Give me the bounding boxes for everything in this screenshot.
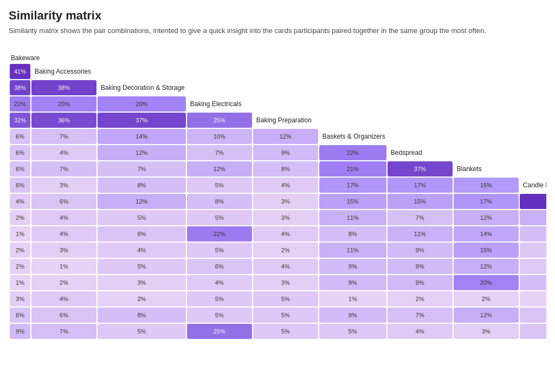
matrix-cell: 4%: [98, 243, 186, 258]
matrix-cell: 6%: [10, 161, 30, 177]
matrix-cell: 22%: [187, 226, 252, 241]
matrix-cell: 2%: [253, 243, 318, 258]
matrix-cell: 4%: [520, 259, 546, 274]
matrix-cell: 6%: [10, 178, 30, 193]
matrix-cell: 10%: [187, 129, 252, 144]
matrix-cell: 6%: [520, 324, 546, 339]
row-label: Bedspread: [388, 145, 453, 160]
matrix-cell: 8%: [319, 226, 386, 241]
matrix-cell: 6%: [10, 308, 30, 323]
matrix-cell: 8%: [98, 178, 186, 193]
matrix-cell: 20%: [31, 96, 96, 112]
matrix-cell: 8%: [98, 308, 186, 323]
matrix-cell: 4%: [253, 226, 318, 241]
matrix-cell: 1%: [10, 275, 30, 290]
matrix-cell: 4%: [31, 210, 96, 225]
matrix-cell: 5%: [253, 324, 318, 339]
row-label: Baking Accessories: [31, 64, 96, 79]
matrix-cell: 22%: [319, 145, 386, 160]
matrix-cell: 12%: [253, 129, 318, 144]
matrix-cell: 36%: [31, 113, 96, 128]
matrix-cell: 6%: [520, 308, 546, 323]
matrix-cell: 5%: [187, 308, 252, 323]
matrix-cell: 2%: [98, 291, 186, 306]
matrix-cell: 9%: [388, 259, 453, 274]
matrix-cell: 12%: [187, 161, 252, 177]
matrix-cell: 5%: [98, 210, 186, 225]
matrix-cell: 1%: [31, 259, 96, 274]
matrix-cell: 3%: [31, 243, 96, 258]
matrix-cell: 1%: [10, 226, 30, 241]
matrix-cell: 5%: [520, 243, 546, 258]
matrix-cell: 14%: [98, 129, 186, 144]
matrix-cell: 4%: [31, 291, 96, 306]
matrix-cell: 5%: [187, 178, 252, 193]
row-label: Baking Electricals: [187, 96, 252, 112]
matrix-cell: 9%: [388, 275, 453, 290]
matrix-cell: 5%: [253, 291, 318, 306]
matrix-cell: 4%: [253, 178, 318, 193]
matrix-cell: 2%: [454, 291, 519, 306]
matrix-cell: 6%: [98, 226, 186, 241]
matrix-cell: 5%: [253, 308, 318, 323]
matrix-cell: 22%: [10, 96, 30, 112]
matrix-cell: 3%: [253, 210, 318, 225]
matrix-cell: 9%: [388, 243, 453, 258]
matrix-cell: 5%: [187, 210, 252, 225]
matrix-cell: 5%: [98, 259, 186, 274]
matrix-cell: 9%: [319, 275, 386, 290]
matrix-cell: 7%: [31, 129, 96, 144]
matrix-cell: 2%: [10, 210, 30, 225]
matrix-cell: 4%: [388, 324, 453, 339]
matrix-cell: 6%: [187, 259, 252, 274]
row-label: Baking Decoration & Storage: [98, 80, 186, 95]
matrix-cell: 9%: [319, 308, 386, 323]
row-label: Baskets & Organizers: [319, 129, 386, 144]
matrix-cell: 12%: [454, 210, 519, 225]
matrix-cell: 41%: [10, 64, 30, 79]
matrix-cell: 8%: [520, 275, 546, 290]
matrix-cell: 11%: [319, 243, 386, 258]
matrix-cell: 8%: [187, 194, 252, 209]
matrix-cell: 3%: [31, 178, 96, 193]
matrix-cell: 4%: [253, 259, 318, 274]
matrix-cell: 4%: [31, 226, 96, 241]
matrix-cell: 20%: [98, 96, 186, 112]
matrix-cell: 15%: [454, 243, 519, 258]
matrix-cell: 8%: [253, 161, 318, 177]
matrix-cell: 5%: [319, 324, 386, 339]
matrix-cell: 9%: [253, 145, 318, 160]
matrix-cell: 12%: [98, 145, 186, 160]
row-label: Baking Preparation: [253, 113, 318, 128]
matrix-cell: 6%: [10, 129, 30, 144]
matrix-cell: 17%: [454, 194, 519, 209]
row-header-label: Bakeware: [10, 48, 546, 63]
matrix-cell: 6%: [10, 145, 30, 160]
row-label: Blankets: [454, 161, 519, 177]
matrix-cell: 11%: [520, 210, 546, 225]
matrix-cell: 2%: [10, 259, 30, 274]
matrix-cell: 32%: [10, 113, 30, 128]
matrix-cell: 15%: [388, 194, 453, 209]
matrix-cell: 16%: [454, 178, 519, 193]
matrix-cell: 5%: [187, 291, 252, 306]
matrix-cell: 3%: [98, 275, 186, 290]
matrix-cell: 8%: [520, 226, 546, 241]
matrix-cell: 11%: [388, 226, 453, 241]
matrix-cell: 5%: [187, 243, 252, 258]
matrix-cell: 9%: [319, 259, 386, 274]
matrix-cell: 12%: [454, 308, 519, 323]
matrix-cell: 7%: [388, 308, 453, 323]
matrix-cell: 38%: [10, 80, 30, 95]
matrix-cell: 4%: [31, 145, 96, 160]
matrix-cell: 6%: [31, 194, 96, 209]
matrix-cell: 12%: [454, 259, 519, 274]
matrix-cell: 7%: [31, 161, 96, 177]
matrix-cell: 2%: [10, 243, 30, 258]
matrix-cell: 5%: [98, 324, 186, 339]
matrix-cell: 37%: [98, 113, 186, 128]
matrix-cell: 7%: [98, 161, 186, 177]
matrix-cell: 6%: [31, 308, 96, 323]
matrix-cell: 3%: [253, 194, 318, 209]
row-label: Candle Holders: [520, 178, 546, 193]
